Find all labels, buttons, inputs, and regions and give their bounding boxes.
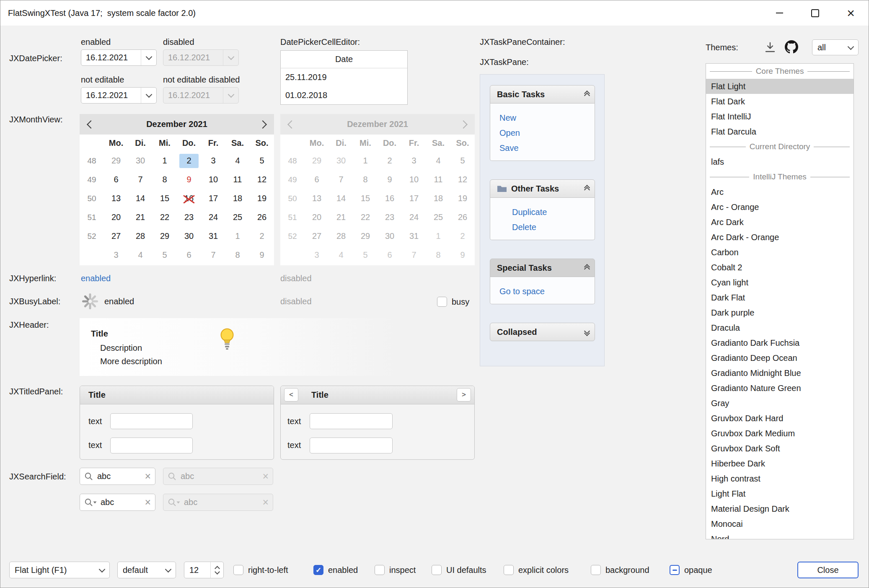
theme-list-item[interactable]: Gruvbox Dark Hard <box>706 411 853 426</box>
theme-list-item[interactable]: Gradianto Midnight Blue <box>706 365 853 381</box>
day-cell[interactable]: 16 <box>177 189 201 208</box>
day-cell[interactable]: 9 <box>177 170 201 189</box>
taskpane-header[interactable]: Collapsed <box>490 323 595 341</box>
day-cell[interactable]: 11 <box>225 170 250 189</box>
datepicker-not-editable[interactable]: 16.12.2021 <box>81 87 157 104</box>
theme-list-item[interactable]: Flat Light <box>706 79 853 94</box>
day-cell[interactable]: 21 <box>128 208 153 227</box>
theme-list-item[interactable]: Light Flat <box>706 486 853 501</box>
theme-list-item[interactable]: Arc Dark - Orange <box>706 230 853 245</box>
day-cell[interactable]: 29 <box>153 227 177 246</box>
day-cell[interactable]: 22 <box>153 208 177 227</box>
day-cell[interactable]: 4 <box>128 246 153 264</box>
spinner-value[interactable]: 12 <box>184 562 210 578</box>
theme-list-item[interactable]: High contrast <box>706 471 853 486</box>
checkbox-box[interactable] <box>504 565 514 575</box>
theme-list-item[interactable]: Flat IntelliJ <box>706 109 853 124</box>
day-cell[interactable]: 4 <box>225 151 250 170</box>
theme-list-item[interactable]: Dracula <box>706 320 853 335</box>
lookandfeel-combobox[interactable]: Flat Light (F1) <box>9 562 110 578</box>
checkbox-inspect[interactable]: inspect <box>375 564 416 576</box>
day-cell[interactable]: 5 <box>153 246 177 264</box>
download-themes-icon[interactable] <box>764 41 776 54</box>
taskpane-link[interactable]: Go to space <box>499 284 595 299</box>
theme-list-item[interactable]: Gruvbox Dark Soft <box>706 441 853 456</box>
taskpane-link[interactable]: Save <box>499 140 595 155</box>
checkbox-box[interactable] <box>375 565 385 575</box>
checkbox-explicit-colors[interactable]: explicit colors <box>504 564 569 576</box>
day-cell[interactable]: 7 <box>128 170 153 189</box>
day-cell[interactable]: 13 <box>104 189 128 208</box>
search-field-with-menu-enabled[interactable]: abc × <box>80 494 155 511</box>
font-combobox[interactable]: default <box>117 562 176 578</box>
maximize-button[interactable] <box>797 0 833 26</box>
text-field[interactable] <box>310 438 393 453</box>
theme-list-item[interactable]: Gradianto Nature Green <box>706 381 853 396</box>
theme-list-item[interactable]: Dark Flat <box>706 290 853 305</box>
close-button[interactable]: Close <box>797 562 859 578</box>
close-window-button[interactable]: × <box>833 0 869 26</box>
day-cell[interactable]: 9 <box>250 246 274 264</box>
checkbox-box[interactable] <box>432 565 442 575</box>
day-cell[interactable]: 30 <box>177 227 201 246</box>
font-size-spinner[interactable]: 12 <box>184 562 224 578</box>
day-cell[interactable]: 17 <box>201 189 225 208</box>
checkbox-box[interactable] <box>233 565 243 575</box>
checkbox-box[interactable] <box>437 297 447 307</box>
day-cell[interactable]: 20 <box>104 208 128 227</box>
taskpane-link[interactable]: Delete <box>512 220 595 235</box>
day-cell[interactable]: 27 <box>104 227 128 246</box>
hyperlink-enabled[interactable]: enabled <box>81 272 111 284</box>
theme-list-item[interactable]: Arc <box>706 184 853 199</box>
day-cell[interactable]: 8 <box>225 246 250 264</box>
busy-checkbox[interactable]: busy <box>437 296 469 308</box>
theme-list-item[interactable]: lafs <box>706 154 853 169</box>
day-cell[interactable]: 26 <box>250 208 274 227</box>
day-cell[interactable]: 30 <box>128 151 153 170</box>
day-cell[interactable]: 15 <box>153 189 177 208</box>
checkbox-background[interactable]: background <box>591 564 649 576</box>
theme-list-item[interactable]: Gruvbox Dark Medium <box>706 426 853 441</box>
theme-list-item[interactable]: Cyan light <box>706 275 853 290</box>
day-cell[interactable]: 1 <box>153 151 177 170</box>
checkbox-box[interactable] <box>591 565 601 575</box>
text-field[interactable] <box>110 413 193 429</box>
checkbox-box[interactable] <box>670 565 680 575</box>
taskpane-header[interactable]: Other Tasks <box>490 179 595 198</box>
day-cell[interactable]: 8 <box>153 170 177 189</box>
clear-icon[interactable]: × <box>145 471 151 482</box>
checkbox-opaque[interactable]: opaque <box>670 564 712 576</box>
search-field-value[interactable]: abc <box>101 497 141 507</box>
day-cell[interactable]: 31 <box>201 227 225 246</box>
day-cell[interactable]: 1 <box>225 227 250 246</box>
clear-icon[interactable]: × <box>145 497 151 508</box>
taskpane-link[interactable]: Open <box>499 125 595 140</box>
datepicker-enabled[interactable]: 16.12.2021 <box>81 49 157 66</box>
datepicker-value[interactable]: 16.12.2021 <box>81 88 141 103</box>
checkbox-box[interactable]: ✓ <box>313 565 323 575</box>
theme-list-item[interactable]: Nord <box>706 531 853 539</box>
datepicker-dropdown-button[interactable] <box>141 50 156 65</box>
checkbox-ui-defaults[interactable]: UI defaults <box>432 564 486 576</box>
search-field-enabled[interactable]: abc × <box>80 468 155 485</box>
theme-list-item[interactable]: Dark purple <box>706 305 853 320</box>
theme-list-item[interactable]: Flat Darcula <box>706 124 853 139</box>
theme-list-item[interactable]: Gray <box>706 396 853 411</box>
day-cell[interactable]: 23 <box>177 208 201 227</box>
table-column-header-date[interactable]: Date <box>281 51 407 68</box>
checkbox-right-to-left[interactable]: right-to-left <box>233 564 288 576</box>
theme-list-item[interactable]: Hiberbee Dark <box>706 456 853 471</box>
table-row[interactable]: 25.11.2019 <box>281 68 407 86</box>
day-cell[interactable]: 28 <box>128 227 153 246</box>
previous-month-button[interactable] <box>80 114 102 135</box>
day-cell[interactable]: 2 <box>177 151 201 170</box>
taskpane-link[interactable]: Duplicate <box>512 205 595 220</box>
day-cell[interactable]: 6 <box>104 170 128 189</box>
day-cell[interactable]: 7 <box>201 246 225 264</box>
themes-filter-combobox[interactable]: all <box>812 39 859 55</box>
day-cell[interactable]: 19 <box>250 189 274 208</box>
search-field-value[interactable]: abc <box>97 471 141 481</box>
day-cell[interactable]: 14 <box>128 189 153 208</box>
day-cell[interactable]: 12 <box>250 170 274 189</box>
day-cell[interactable]: 3 <box>104 246 128 264</box>
